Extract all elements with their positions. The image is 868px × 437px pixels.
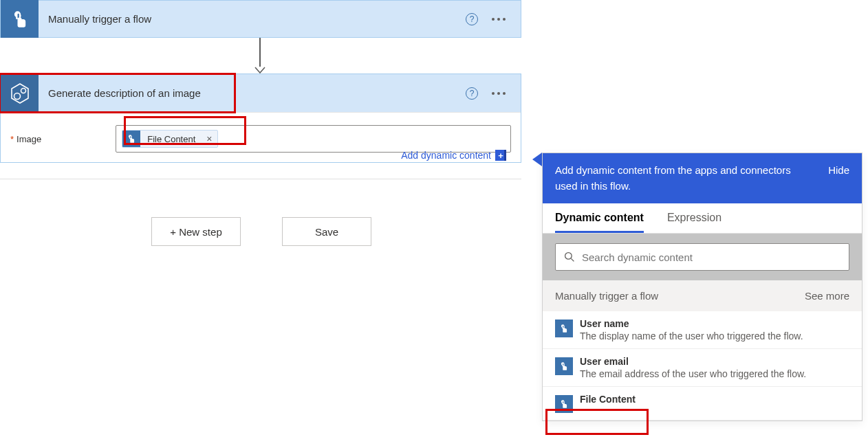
dynamic-content-panel: Add dynamic content from the apps and co… [542,153,862,421]
panel-header-text: Add dynamic content from the apps and co… [555,163,814,194]
touch-icon [10,10,30,29]
panel-pointer-icon [532,153,542,166]
search-icon [564,251,575,262]
trigger-icon [1,0,39,38]
touch-icon [555,320,573,337]
plus-icon: + [495,150,506,161]
ai-hex-icon [9,82,31,104]
search-input-wrap[interactable] [555,243,849,271]
help-icon[interactable]: ? [466,13,478,25]
svg-point-1 [21,88,25,93]
section-title: Manually trigger a flow [555,290,658,302]
svg-point-2 [565,253,572,260]
panel-header: Add dynamic content from the apps and co… [543,153,862,203]
hide-panel-link[interactable]: Hide [828,163,849,179]
touch-icon [555,395,573,413]
touch-icon [555,357,573,375]
param-label: *Image [10,134,41,144]
more-icon[interactable] [492,18,506,21]
section-header: Manually trigger a flow See more [543,280,862,311]
search-input[interactable] [582,251,840,263]
remove-token-icon[interactable]: × [201,133,217,144]
save-button[interactable]: Save [282,217,371,246]
section-divider [0,179,521,179]
trigger-step[interactable]: Manually trigger a flow ? [0,0,521,38]
add-dynamic-label: Add dynamic content [401,150,491,161]
trigger-title: Manually trigger a flow [39,13,466,25]
dc-item-user-email[interactable]: User email The email address of the user… [543,349,862,387]
touch-icon [122,130,140,148]
dc-item-title: User name [580,318,803,329]
dc-item-desc: The display name of the user who trigger… [580,330,803,341]
help-icon[interactable]: ? [466,87,478,100]
dc-item-title: User email [580,356,806,367]
image-field[interactable]: File Content × [116,125,511,153]
connector-arrow [254,38,265,74]
tab-expression[interactable]: Expression [667,212,721,233]
dc-item-user-name[interactable]: User name The display name of the user w… [543,311,862,349]
dc-item-file-content[interactable]: File Content [543,387,862,421]
action-title: Generate description of an image [39,87,466,99]
more-icon[interactable] [492,92,506,95]
panel-tabs: Dynamic content Expression [543,203,862,234]
add-dynamic-content-link[interactable]: Add dynamic content + [401,150,506,161]
tab-dynamic-content[interactable]: Dynamic content [555,212,644,233]
dc-item-title: File Content [580,394,636,405]
svg-line-3 [571,258,574,261]
file-content-token[interactable]: File Content × [122,130,218,148]
dc-item-desc: The email address of the user who trigge… [580,368,806,379]
action-icon [1,74,39,112]
see-more-link[interactable]: See more [805,290,849,302]
token-label: File Content [140,134,201,144]
svg-point-0 [14,93,20,99]
new-step-button[interactable]: + New step [151,217,241,246]
